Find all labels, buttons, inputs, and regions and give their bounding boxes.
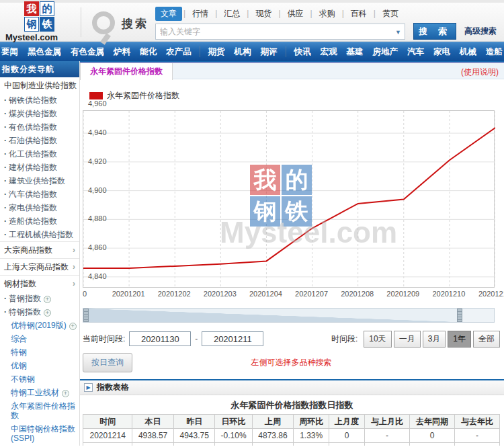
sidebar-item[interactable]: 中国制造业供给指数› [0,77,79,93]
site-logo[interactable]: 我 的 钢 铁 Mysteel.com [0,1,79,42]
sidebar-item[interactable]: 中国特钢价格指数 (SSPI) [0,422,79,445]
search-tab[interactable]: 汇总 [218,7,245,21]
chart-area: 我 的 钢 铁 Mysteel.com 4,8404,8604,8804,900… [83,110,504,288]
nav-item[interactable]: 房地产 [368,46,403,58]
sidebar-item[interactable]: 优钢 [0,359,79,372]
triangle-right-icon[interactable]: ▶ [84,383,93,392]
sidebar-item-label: 上海大宗商品指数 [4,262,69,272]
sidebar-item[interactable]: ·建筑业供给指数 [0,174,79,188]
sidebar-item[interactable]: ·普钢指数+ [0,292,79,305]
tab-yongnian-fastener-index[interactable]: 永年紧固件价格指数 [80,63,173,80]
sidebar-item-label: 石油供给指数 [9,136,57,145]
logo-char: 的 [40,1,54,16]
chevron-down-icon[interactable]: ▼ [395,29,401,36]
sidebar-item-label: 汽车供给指数 [9,190,57,199]
sidebar-item[interactable]: 优特钢(2019版)+ [0,319,79,332]
sidebar-item[interactable]: ·汽车供给指数 [0,188,79,201]
nav-item[interactable]: 汽车 [403,46,429,58]
search-tab[interactable]: 现货 [250,7,277,21]
bullet-icon: · [4,136,7,145]
search-tab[interactable]: 求购 [314,7,341,21]
sidebar-item-active[interactable]: 永年紧固件价格指数 [0,399,79,422]
nav-item[interactable]: 有色金属 [66,46,109,58]
search-tab[interactable]: 文章 [155,7,182,21]
nav-item[interactable]: 期评 [256,46,282,58]
chart-plot[interactable]: 我 的 钢 铁 Mysteel.com 4,8404,8604,8804,900… [83,110,495,288]
sidebar-item[interactable]: ·有色供给指数 [0,120,79,134]
sidebar-item[interactable]: ·钢铁供给指数 [0,93,79,107]
expand-plus-icon[interactable]: + [69,323,77,330]
sidebar-item[interactable]: ·化工供给指数 [0,147,79,161]
slider-right-handle[interactable] [457,309,462,322]
logo-char: 钢 [24,17,39,32]
table-column-header: 上月度 [329,415,365,429]
period-from-input[interactable] [129,331,191,346]
sidebar-item[interactable]: 特钢 [0,346,79,359]
nav-item[interactable]: 黑色金属 [23,46,66,58]
nav-item[interactable]: 能化 [135,46,161,58]
sidebar-item[interactable]: 大宗商品指数› [0,241,79,258]
table-cell: 0 [329,443,365,446]
slider-left-handle[interactable] [83,309,89,322]
nav-item[interactable]: 机械 [455,46,481,58]
table-row: 202012144938.574943.75-0.10%4873.861.33%… [83,429,500,443]
nav-item[interactable]: 农产品 [161,46,196,58]
sidebar-item[interactable]: ·上海螺纹钢指数 [0,445,79,446]
index-table-section-bar[interactable]: ▶ 指数表格 [80,379,504,395]
bullet-icon: · [4,122,7,132]
logo-char: 铁 [40,17,54,32]
nav-item[interactable]: 家电 [429,46,455,58]
range-button[interactable]: 10天 [364,331,391,348]
nav-item[interactable]: 快讯 [290,46,316,58]
sidebar-item[interactable]: ·煤炭供给指数 [0,107,79,120]
expand-plus-icon[interactable]: + [62,390,69,397]
range-button[interactable]: 全部 [473,331,500,348]
range-button[interactable]: 3月 [423,331,446,348]
sidebar-item[interactable]: ·特钢指数+ [0,305,79,319]
nav-item[interactable]: 宏观 [316,46,342,58]
table-cell: 1.33% [294,429,329,443]
sidebar-item[interactable]: ·工程机械供给指数 [0,228,79,241]
bullet-icon: · [4,95,7,105]
search-tab[interactable]: 黄页 [377,7,404,21]
sidebar-item[interactable]: 不锈钢 [0,372,79,386]
sidebar-item[interactable]: 上海大宗商品指数› [0,258,79,275]
sidebar-item[interactable]: ·石油供给指数 [0,134,79,147]
search-input[interactable] [155,24,405,40]
sidebar-item[interactable]: 钢材指数› [0,275,79,292]
expand-plus-icon[interactable]: + [44,296,51,303]
sidebar-item[interactable]: 综合 [0,332,79,346]
sidebar-item-label: 综合 [11,334,27,343]
nav-item[interactable]: 炉料 [109,46,135,58]
y-axis-tick-label: 4,860 [88,243,107,251]
search-button[interactable]: 搜 索 [413,23,456,40]
query-by-day-button[interactable]: 按日查询 [83,353,132,372]
expand-plus-icon[interactable]: + [44,309,51,317]
period-to-input[interactable] [202,331,263,346]
nav-item[interactable]: 期货 [204,46,230,58]
sidebar-item-label: 家电供给指数 [9,203,57,212]
range-button[interactable]: 一月 [394,331,421,348]
sidebar-item-label: 不锈钢 [11,374,35,384]
advanced-search-link[interactable]: 高级搜索 [464,26,497,37]
sidebar-item-label: 有色供给指数 [9,122,57,132]
usage-help-link[interactable]: (使用说明) [461,67,499,78]
search-tab[interactable]: 百科 [345,7,372,21]
range-button[interactable]: 1年 [448,331,471,348]
slider-selected-range[interactable] [83,309,457,322]
sidebar-item[interactable]: ·家电供给指数 [0,201,79,214]
search-tab[interactable]: 供应 [282,7,309,21]
sidebar-item[interactable]: ·造船供给指数 [0,214,79,228]
separator: | [247,9,249,18]
time-range-slider[interactable] [83,308,495,323]
nav-item[interactable]: 机构 [230,46,256,58]
nav-item[interactable]: 要闻 [0,46,23,58]
logo-grid-icon: 我 的 钢 铁 [24,1,55,32]
search-tab[interactable]: 行情 [187,7,214,21]
sidebar-item-label: 建筑业供给指数 [9,176,65,186]
nav-item[interactable]: 基建 [342,46,368,58]
sidebar-item[interactable]: 特钢工业线材+ [0,386,79,399]
nav-item[interactable]: 造船 [481,46,504,58]
y-axis-tick-label: 4,940 [88,128,107,136]
sidebar-item[interactable]: ·建材供给指数 [0,161,79,174]
